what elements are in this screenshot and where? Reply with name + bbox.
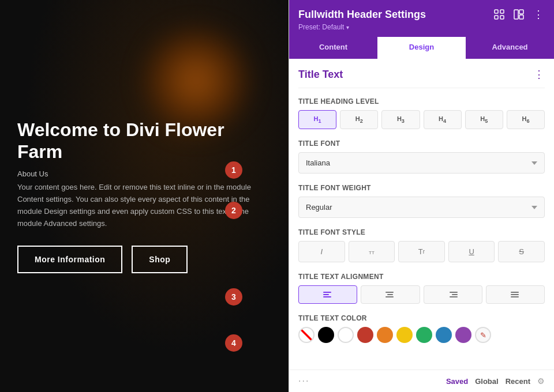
heading-level-buttons: H1 H2 H3 H4 H5 H6 bbox=[298, 110, 545, 129]
heading-btn-h5[interactable]: H5 bbox=[465, 110, 503, 129]
font-style-buttons: I TT Tr U S bbox=[298, 241, 545, 262]
heading-level-label: Title Heading Level bbox=[298, 97, 545, 105]
align-btn-left[interactable] bbox=[298, 285, 357, 304]
color-swatch-red[interactable] bbox=[357, 327, 373, 343]
preview-buttons: More Information Shop bbox=[17, 246, 271, 273]
color-swatch-yellow[interactable] bbox=[396, 327, 413, 343]
text-color-field: Title Text Color ✎ bbox=[298, 314, 545, 343]
color-swatch-blue[interactable] bbox=[436, 327, 452, 343]
color-dropper[interactable]: ✎ bbox=[475, 327, 491, 343]
text-alignment-label: Title Text Alignment bbox=[298, 273, 545, 281]
preset-label[interactable]: Preset: Default bbox=[298, 23, 545, 31]
more-options-icon[interactable]: ⋮ bbox=[532, 8, 545, 21]
focus-icon[interactable] bbox=[493, 8, 506, 21]
text-color-label: Title Text Color bbox=[298, 314, 545, 322]
svg-rect-3 bbox=[500, 16, 504, 19]
tab-design[interactable]: Design bbox=[377, 37, 466, 59]
settings-footer: ··· Saved Global Recent ⚙ bbox=[289, 370, 554, 392]
style-btn-underline[interactable]: U bbox=[448, 241, 495, 262]
svg-rect-1 bbox=[500, 10, 504, 13]
heading-btn-h3[interactable]: H3 bbox=[381, 110, 420, 129]
color-swatches: ✎ bbox=[298, 327, 545, 343]
style-btn-uppercase[interactable]: TT bbox=[349, 241, 395, 262]
layout-icon[interactable] bbox=[512, 8, 525, 21]
font-style-field: Title Font Style I TT Tr U S bbox=[298, 228, 545, 262]
svg-rect-0 bbox=[495, 10, 498, 13]
settings-panel-title: Fullwidth Header Settings bbox=[298, 9, 426, 21]
svg-rect-6 bbox=[519, 15, 523, 19]
heading-btn-h4[interactable]: H4 bbox=[424, 110, 462, 129]
font-field: Title Font Italiana bbox=[298, 140, 545, 174]
settings-header: Fullwidth Header Settings bbox=[289, 0, 554, 37]
color-swatch-white[interactable] bbox=[338, 327, 354, 343]
svg-rect-5 bbox=[519, 10, 523, 14]
section-more-icon[interactable]: ⋮ bbox=[534, 68, 545, 81]
svg-rect-2 bbox=[495, 16, 498, 19]
section-title-row: Title Text ⋮ bbox=[298, 59, 545, 88]
align-left-icon bbox=[323, 292, 332, 297]
footer-more-icon[interactable]: ··· bbox=[298, 376, 309, 386]
tab-advanced[interactable]: Advanced bbox=[466, 37, 554, 59]
color-swatch-black[interactable] bbox=[318, 327, 334, 343]
color-swatch-transparent[interactable] bbox=[298, 327, 315, 343]
font-weight-label: Title Font Weight bbox=[298, 184, 545, 192]
footer-global[interactable]: Global bbox=[475, 377, 498, 386]
header-icons: ⋮ bbox=[493, 8, 545, 21]
settings-header-top: Fullwidth Header Settings bbox=[298, 8, 545, 21]
tab-content[interactable]: Content bbox=[289, 37, 377, 59]
footer-gear-icon[interactable]: ⚙ bbox=[537, 376, 545, 386]
settings-body: Title Text ⋮ Title Heading Level H1 H2 H… bbox=[289, 59, 554, 370]
step-badge-1: 1 bbox=[225, 161, 242, 179]
align-justify-icon bbox=[511, 292, 520, 297]
preview-content: Welcome to Divi Flower Farm About Us You… bbox=[17, 119, 271, 274]
font-weight-field: Title Font Weight Regular bbox=[298, 184, 545, 218]
shop-button[interactable]: Shop bbox=[132, 246, 188, 273]
heading-btn-h1[interactable]: H1 bbox=[298, 110, 336, 129]
section-title: Title Text bbox=[298, 69, 343, 81]
settings-tabs: Content Design Advanced bbox=[289, 37, 554, 59]
heading-btn-h2[interactable]: H2 bbox=[340, 110, 378, 129]
style-btn-capitalize[interactable]: Tr bbox=[398, 241, 445, 262]
align-btn-justify[interactable] bbox=[486, 285, 545, 304]
style-btn-strikethrough[interactable]: S bbox=[498, 241, 545, 262]
align-center-icon bbox=[385, 292, 395, 297]
footer-recent[interactable]: Recent bbox=[506, 377, 530, 386]
step-badge-3: 3 bbox=[225, 288, 242, 306]
font-style-label: Title Font Style bbox=[298, 228, 545, 236]
color-swatch-green[interactable] bbox=[416, 327, 432, 343]
heading-btn-h6[interactable]: H6 bbox=[507, 110, 545, 129]
color-swatch-orange[interactable] bbox=[377, 327, 393, 343]
font-select[interactable]: Italiana bbox=[298, 152, 545, 174]
step-badge-4: 4 bbox=[225, 334, 242, 352]
font-label: Title Font bbox=[298, 140, 545, 148]
font-weight-select[interactable]: Regular bbox=[298, 197, 545, 218]
align-right-icon bbox=[448, 292, 458, 297]
settings-panel: Fullwidth Header Settings bbox=[289, 0, 554, 392]
more-information-button[interactable]: More Information bbox=[17, 246, 122, 273]
text-alignment-field: Title Text Alignment bbox=[298, 273, 545, 304]
color-swatch-purple[interactable] bbox=[455, 327, 471, 343]
footer-actions: Saved Global Recent ⚙ bbox=[446, 376, 545, 386]
preview-title: Welcome to Divi Flower Farm bbox=[17, 119, 271, 163]
step-badge-2: 2 bbox=[225, 202, 242, 219]
align-btn-center[interactable] bbox=[361, 285, 420, 304]
preview-panel: Welcome to Divi Flower Farm About Us You… bbox=[0, 0, 289, 392]
footer-saved[interactable]: Saved bbox=[446, 377, 468, 386]
heading-level-field: Title Heading Level H1 H2 H3 H4 H5 H6 bbox=[298, 97, 545, 129]
style-btn-italic[interactable]: I bbox=[298, 241, 345, 262]
svg-rect-4 bbox=[514, 10, 518, 19]
align-btn-right[interactable] bbox=[424, 285, 482, 304]
text-alignment-buttons bbox=[298, 285, 545, 304]
